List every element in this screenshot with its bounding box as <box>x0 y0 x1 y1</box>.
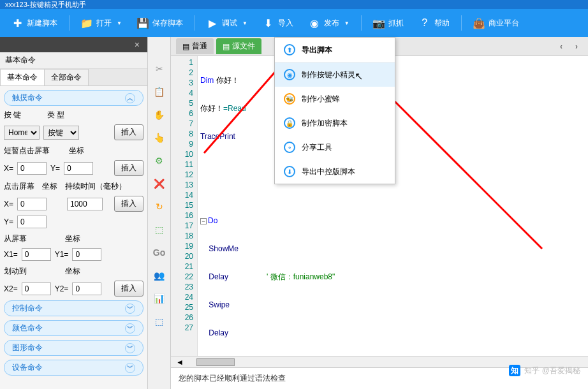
coord-label-2: 坐标 <box>42 181 57 192</box>
tool-icon-2[interactable]: 📋 <box>153 85 166 98</box>
x2-input[interactable] <box>22 283 51 295</box>
y-label-2: Y= <box>4 217 13 226</box>
capture-button[interactable]: 📷抓抓 <box>367 13 410 33</box>
control-cmd-header[interactable]: 控制命令︾ <box>4 300 143 316</box>
menu-make-wizard[interactable]: ◉制作按键小精灵 <box>275 62 395 87</box>
chevron-down-icon: ▼ <box>344 20 349 26</box>
tool-icon-8[interactable]: ⬚ <box>153 223 166 236</box>
debug-button[interactable]: ▶调试▼ <box>200 13 254 33</box>
fold-icon[interactable]: − <box>200 218 207 224</box>
y-label: Y= <box>50 164 60 173</box>
import-label: 导入 <box>278 18 293 29</box>
insert-button-3[interactable]: 插入 <box>114 196 143 212</box>
nav-prev-icon[interactable]: ‹ <box>555 40 568 54</box>
coord-label-3: 坐标 <box>65 233 80 244</box>
tab-source[interactable]: ▤源文件 <box>216 38 261 54</box>
capture-label: 抓抓 <box>388 18 404 29</box>
save-icon: 💾 <box>137 17 149 29</box>
tool-icon-6[interactable]: ❌ <box>153 177 166 190</box>
control-icon: ⬇ <box>284 166 295 177</box>
key-label: 按 键 <box>4 110 27 121</box>
chevron-down-icon: ▼ <box>117 20 122 26</box>
share-icon: ⚬ <box>284 142 295 153</box>
y1-label: Y1= <box>55 250 69 259</box>
help-label: 帮助 <box>434 18 450 29</box>
camera-icon: 📷 <box>373 17 385 29</box>
from-screen-label: 从屏幕 <box>4 233 27 244</box>
menu-make-bee[interactable]: 🐝制作小蜜蜂 <box>275 87 395 111</box>
insert-button-2[interactable]: 插入 <box>114 160 143 176</box>
tab-basic-cmd[interactable]: 基本命令 <box>0 69 45 85</box>
nav-next-icon[interactable]: › <box>570 40 583 54</box>
tool-icon-11[interactable]: 📊 <box>153 292 166 305</box>
tool-icon-7[interactable]: ↻ <box>153 200 166 213</box>
x1-label: X1= <box>4 250 18 259</box>
market-button[interactable]: 👜商业平台 <box>467 13 526 33</box>
touch-cmd-header[interactable]: 触摸命令︽ <box>4 90 143 106</box>
coord-label: 坐标 <box>69 145 84 156</box>
device-cmd-header[interactable]: 设备命令︾ <box>4 360 143 376</box>
tool-icon-10[interactable]: 👥 <box>153 269 166 282</box>
zhihu-logo-icon: 知 <box>509 365 520 376</box>
tool-icon-3[interactable]: ✋ <box>153 108 166 121</box>
vertical-toolbar: ✂ 📋 ✋ 👆 ⚙ ❌ ↻ ⬚ Go 👥 📊 ⬚ <box>148 37 171 389</box>
market-label: 商业平台 <box>489 18 519 29</box>
y-input-2[interactable] <box>17 216 47 228</box>
tool-icon-5[interactable]: ⚙ <box>153 154 166 167</box>
x-label: X= <box>4 164 13 173</box>
swipe-to-label: 划动到 <box>4 266 27 277</box>
x1-input[interactable] <box>22 248 51 261</box>
tool-icon-12[interactable]: ⬚ <box>153 315 166 328</box>
new-script-button[interactable]: ✚新建脚本 <box>5 13 64 33</box>
duration-input[interactable] <box>67 198 103 210</box>
cursor-icon: ↖ <box>355 70 363 82</box>
tool-icon-4[interactable]: 👆 <box>153 131 166 144</box>
graph-cmd-header[interactable]: 图形命令︾ <box>4 340 143 356</box>
export-icon: ⬆ <box>284 44 295 55</box>
collapse-icon: ︽ <box>125 93 135 103</box>
open-button[interactable]: 📁打开▼ <box>75 13 128 33</box>
insert-button-1[interactable]: 插入 <box>114 124 143 140</box>
play-icon: ▶ <box>207 17 218 29</box>
tab-normal[interactable]: ▤普通 <box>176 38 214 54</box>
plus-icon: ✚ <box>11 17 23 29</box>
insert-button-4[interactable]: 插入 <box>114 281 143 297</box>
chevron-down-icon: ▼ <box>242 20 247 26</box>
y1-input[interactable] <box>72 248 101 261</box>
y2-label: Y2= <box>55 284 69 293</box>
color-cmd-header[interactable]: 颜色命令︾ <box>4 320 143 336</box>
home-select[interactable]: Home <box>4 126 40 140</box>
title-bar: xxx123-按键精灵手机助手 <box>0 0 588 9</box>
save-label: 保存脚本 <box>152 18 183 29</box>
x-input[interactable] <box>17 162 47 175</box>
tool-icon-1[interactable]: ✂ <box>153 62 166 75</box>
publish-icon: ◉ <box>309 17 320 29</box>
close-icon[interactable]: × <box>135 40 140 50</box>
import-icon: ⬇ <box>263 17 274 29</box>
tool-icon-9[interactable]: Go <box>153 246 166 259</box>
y2-input[interactable] <box>72 283 101 295</box>
watermark: 知知乎 @吾爱揭秘 <box>509 365 580 376</box>
panel-title: 基本命令 <box>0 52 147 69</box>
tab-all-cmd[interactable]: 全部命令 <box>44 69 89 85</box>
help-button[interactable]: ?帮助 <box>413 13 456 33</box>
y-input[interactable] <box>64 162 93 175</box>
bee-icon: 🐝 <box>284 93 295 105</box>
x2-label: X2= <box>4 284 18 293</box>
keytype-select[interactable]: 按键 <box>43 126 79 140</box>
menu-make-encrypted[interactable]: 🔒制作加密脚本 <box>275 111 395 135</box>
publish-button[interactable]: ◉发布▼ <box>302 13 356 33</box>
lock-icon: 🔒 <box>284 117 295 129</box>
coord-label-4: 坐标 <box>65 266 80 277</box>
menu-share-tool[interactable]: ⚬分享工具 <box>275 135 395 159</box>
x-input-2[interactable] <box>17 198 47 210</box>
new-label: 新建脚本 <box>27 18 57 29</box>
doc-icon: ▤ <box>182 42 189 51</box>
menu-export-control[interactable]: ⬇导出中控版脚本 <box>275 159 395 184</box>
menu-title: ⬆导出脚本 <box>275 38 395 62</box>
import-button[interactable]: ⬇导入 <box>256 13 300 33</box>
main-toolbar: ✚新建脚本 📁打开▼ 💾保存脚本 ▶调试▼ ⬇导入 ◉发布▼ 📷抓抓 ?帮助 👜… <box>0 9 588 37</box>
help-icon: ? <box>419 17 430 29</box>
save-button[interactable]: 💾保存脚本 <box>131 13 189 33</box>
publish-label: 发布 <box>324 18 339 29</box>
